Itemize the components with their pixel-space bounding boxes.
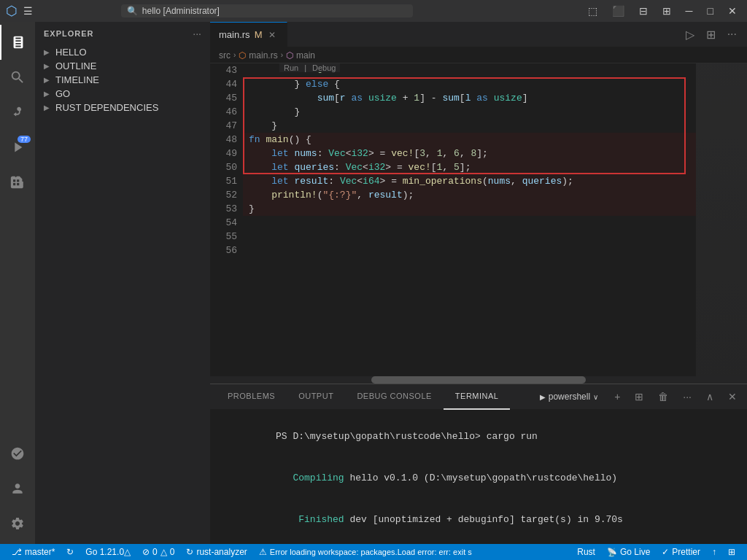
panel-tab-actions: ▶ powershell ∨ + ⊞ 🗑 ··· ∧ ✕ (534, 389, 741, 404)
editor-area: main.rs M ✕ ▷ ⊞ ··· src › ⬡ main.rs › ⬡ … (210, 22, 747, 544)
status-sync[interactable]: ↻ (61, 544, 80, 560)
error-count: 0 (152, 547, 158, 557)
sidebar-header-actions: ··· (193, 28, 201, 39)
breadcrumb-fn[interactable]: ⬡ main (286, 50, 315, 61)
go-live-label: Go Live (620, 547, 650, 557)
status-remote[interactable]: ⊞ (722, 544, 741, 560)
sidebar-item-hello[interactable]: ▶ HELLO (35, 45, 210, 59)
maximize-panel-btn[interactable]: ∧ (702, 389, 718, 404)
tab-main-rs[interactable]: main.rs M ✕ (210, 22, 287, 47)
activity-item-run-debug[interactable]: 77 (0, 130, 35, 165)
layout-btn-3[interactable]: ⊟ (635, 4, 652, 18)
warning-icon: △ (160, 547, 167, 557)
new-terminal-btn[interactable]: + (610, 389, 624, 404)
split-terminal-btn[interactable]: ⊞ (630, 389, 648, 404)
tab-terminal-label: TERMINAL (455, 392, 499, 400)
arrow-icon: ▶ (44, 62, 53, 70)
status-upload[interactable]: ↑ (706, 544, 722, 560)
run-debug-bar: Run | Debug (279, 63, 340, 72)
status-warnings[interactable]: ⊘ 0 △ 0 (136, 544, 180, 560)
activity-bar: 77 (0, 22, 35, 544)
arrow-icon: ▶ (44, 90, 53, 98)
activity-item-extensions[interactable] (0, 165, 35, 200)
language-label: Rust (577, 547, 595, 557)
minimize-button[interactable]: ─ (681, 4, 697, 18)
tab-terminal[interactable]: TERMINAL (444, 384, 511, 410)
sidebar-item-outline[interactable]: ▶ OUTLINE (35, 59, 210, 73)
sync-icon: ↻ (66, 547, 74, 557)
status-bar: ⎇ master* ↻ Go 1.21.0△ ⊘ 0 △ 0 ↻ rust-an… (0, 544, 747, 560)
tab-modified-indicator: M (255, 29, 263, 40)
sidebar-item-timeline[interactable]: ▶ TIMELINE (35, 73, 210, 87)
tab-debug-console[interactable]: DEBUG CONSOLE (345, 384, 443, 410)
rust-analyzer-icon: ↻ (186, 547, 193, 557)
search-bar[interactable]: 🔍 hello [Administrator] (121, 4, 413, 18)
code-editor[interactable]: 43 44 45 46 47 48 49 50 51 52 53 54 55 5… (210, 63, 747, 384)
breadcrumb-file[interactable]: ⬡ main.rs (239, 50, 277, 61)
run-btn[interactable]: ▷ (681, 26, 699, 43)
close-button[interactable]: ✕ (724, 4, 741, 18)
close-panel-btn[interactable]: ✕ (724, 389, 741, 404)
activity-item-source-control[interactable] (0, 95, 35, 130)
sidebar-item-rust-dependencies[interactable]: ▶ RUST DEPENDENCIES (35, 101, 210, 114)
activity-item-search[interactable] (0, 60, 35, 95)
activity-item-accounts[interactable] (0, 471, 35, 506)
tab-problems[interactable]: PROBLEMS (216, 384, 287, 410)
more-panel-btn[interactable]: ··· (678, 389, 696, 404)
sidebar: EXPLORER ··· ▶ HELLO ▶ OUTLINE ▶ TIMELIN… (35, 22, 210, 544)
status-go-live[interactable]: 📡 Go Live (601, 544, 656, 560)
terminal-line: PS D:\mysetup\gopath\rustcode\hello> car… (219, 416, 738, 457)
sidebar-item-label: OUTLINE (55, 61, 96, 71)
activity-item-explorer[interactable] (0, 25, 35, 60)
more-btn[interactable]: ··· (723, 26, 741, 43)
tab-close-btn[interactable]: ✕ (266, 29, 278, 41)
debug-link[interactable]: Debug (312, 63, 336, 72)
status-language[interactable]: Rust (571, 544, 601, 560)
terminal-finished: Finished (298, 514, 344, 525)
tab-output[interactable]: OUTPUT (287, 384, 345, 410)
remote-icon: ⊞ (728, 547, 735, 557)
terminal-text: dev [unoptimized + debuginfo] target(s) … (344, 514, 623, 525)
panel: PROBLEMS OUTPUT DEBUG CONSOLE TERMINAL ▶… (210, 384, 747, 544)
scrollbar-thumb[interactable] (371, 376, 586, 384)
terminal-prompt: PS D:\mysetup\gopath\rustcode\hello> (276, 431, 487, 442)
terminal-text: hello v0.1.0 (D:\mysetup\gopath\rustcode… (344, 472, 617, 483)
menu-icon[interactable]: ☰ (23, 5, 33, 17)
status-branch[interactable]: ⎇ master* (6, 544, 61, 560)
sidebar-item-go[interactable]: ▶ GO (35, 87, 210, 101)
layout-btn-4[interactable]: ⊞ (658, 4, 676, 18)
sidebar-header: EXPLORER ··· (35, 22, 210, 45)
code-line: } (243, 105, 696, 119)
tab-output-label: OUTPUT (298, 392, 333, 400)
status-rust-analyzer[interactable]: ↻ rust-analyzer (180, 544, 252, 560)
breadcrumb-src[interactable]: src (219, 50, 231, 61)
debug-btn[interactable]: ⊞ (702, 26, 720, 43)
code-line: } (243, 119, 696, 133)
activity-item-remote[interactable] (0, 436, 35, 471)
kill-terminal-btn[interactable]: 🗑 (654, 389, 673, 404)
main-container: 77 EXPLORER ··· ▶ HELLO ▶ (0, 22, 747, 544)
tab-label: main.rs (219, 29, 250, 40)
status-prettier[interactable]: ✓ Prettier (656, 544, 706, 560)
run-link[interactable]: Run (284, 63, 298, 72)
terminal[interactable]: PS D:\mysetup\gopath\rustcode\hello> car… (210, 410, 747, 544)
upload-icon: ↑ (712, 547, 716, 557)
sidebar-item-label: TIMELINE (55, 74, 99, 85)
horizontal-scrollbar[interactable] (210, 376, 747, 384)
code-line: let queries: Vec<i32> = vec![1, 5]; (243, 160, 696, 174)
sidebar-item-label: HELLO (55, 47, 87, 58)
code-line: } else { (243, 77, 696, 91)
status-error-msg[interactable]: ⚠ Error loading workspace: packages.Load… (253, 544, 472, 560)
terminal-text (276, 472, 293, 483)
go-live-icon: 📡 (607, 548, 617, 557)
activity-item-settings[interactable] (0, 506, 35, 541)
error-message: Error loading workspace: packages.Load e… (270, 548, 472, 556)
layout-btn-2[interactable]: ⬛ (608, 4, 629, 18)
maximize-button[interactable]: □ (703, 4, 718, 18)
sidebar-more-btn[interactable]: ··· (193, 28, 201, 39)
code-line: sum[r as usize + 1] - sum[l as usize] (243, 91, 696, 105)
layout-btn-1[interactable]: ⬚ (584, 4, 602, 18)
arrow-icon: ▶ (44, 48, 53, 56)
status-go-version[interactable]: Go 1.21.0△ (80, 544, 136, 560)
terminal-command: cargo run (487, 431, 538, 442)
